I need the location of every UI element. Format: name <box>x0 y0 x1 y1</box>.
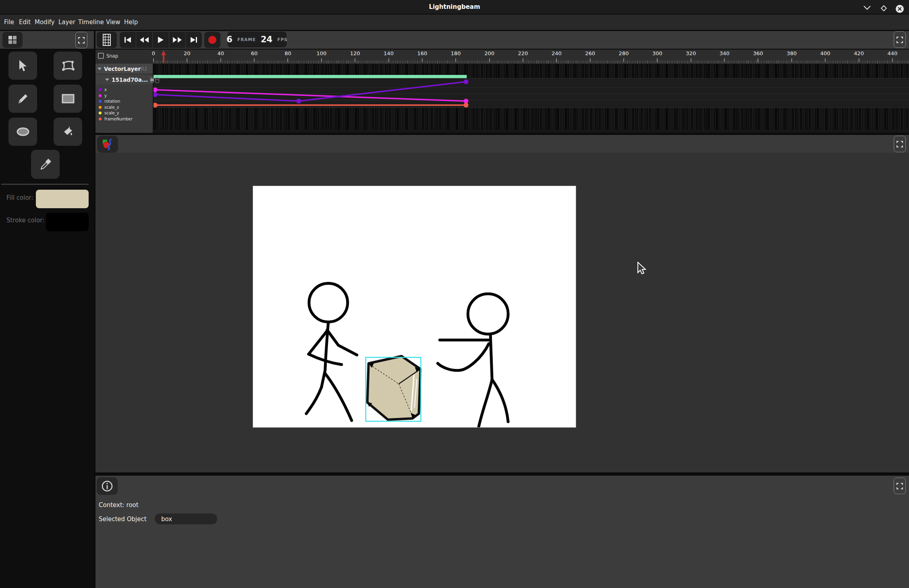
frame-fps-panel: 6 FRAME 24 FPS <box>227 31 287 48</box>
ruler-label-120: 120 <box>350 50 360 56</box>
ruler-label-180: 180 <box>451 50 461 56</box>
timeline-header: 6 FRAME 24 FPS <box>95 31 909 49</box>
layer-row[interactable]: VectorLayer [L] <box>95 64 153 74</box>
collapse-arrow-icon[interactable] <box>105 79 109 81</box>
film-button[interactable] <box>97 32 117 48</box>
box-object <box>367 356 421 420</box>
stage-artwork <box>253 186 576 427</box>
stroke-color-label: Stroke color: <box>6 217 44 224</box>
expand-icon <box>78 37 85 43</box>
property-name: x <box>104 87 107 92</box>
shapes-button[interactable] <box>97 136 118 153</box>
maximize-icon[interactable] <box>880 4 887 12</box>
property-row-scale_x[interactable]: scale_x <box>99 105 119 110</box>
ruler-label-300: 300 <box>652 50 662 56</box>
collapse-arrow-icon[interactable] <box>98 68 102 70</box>
property-name: frameNumber <box>104 117 133 121</box>
keyframe-dot-x[interactable] <box>464 79 469 84</box>
keyframe-dot-frameNumber[interactable] <box>464 103 469 108</box>
rectangle-tool-button[interactable] <box>54 85 82 113</box>
info-icon <box>102 480 113 492</box>
menu-modify[interactable]: Modify <box>35 14 55 30</box>
canvas-panel <box>95 135 909 472</box>
stage-canvas[interactable] <box>253 186 576 428</box>
paint-bucket-tool-button[interactable] <box>54 118 82 146</box>
info-button[interactable] <box>97 477 118 495</box>
object-visibility-button[interactable] <box>150 77 154 83</box>
selected-object-value: box <box>161 516 172 523</box>
menu-file[interactable]: File <box>4 14 14 30</box>
select-cursor-icon <box>18 60 28 72</box>
eyedropper-tool-button[interactable] <box>31 150 60 179</box>
property-dot <box>99 106 102 109</box>
layer-span-bar[interactable] <box>154 75 467 78</box>
pencil-tool-button[interactable] <box>8 85 37 113</box>
rewind-button[interactable] <box>136 32 152 48</box>
ruler-label-380: 380 <box>787 50 797 56</box>
ellipse-tool-button[interactable] <box>8 118 37 146</box>
selected-object-dropdown[interactable]: box <box>155 513 217 524</box>
stroke-color-swatch[interactable] <box>46 213 89 231</box>
select-tool-button[interactable] <box>8 52 37 80</box>
property-row-scale_y[interactable]: scale_y <box>99 110 119 116</box>
menu-view[interactable]: View <box>106 14 120 30</box>
snap-checkbox[interactable] <box>98 53 104 59</box>
ruler-label-420: 420 <box>854 50 864 56</box>
tool-grid-button[interactable] <box>2 32 23 48</box>
keyframe-dot-y[interactable] <box>154 87 158 92</box>
property-name: rotation <box>104 99 120 104</box>
playhead-marker[interactable] <box>161 50 166 63</box>
toolbar-expand-button[interactable] <box>75 32 87 48</box>
object-curve-button[interactable]: ~ <box>155 77 159 83</box>
film-strip-icon <box>103 34 111 46</box>
ruler-label-20: 20 <box>184 50 191 56</box>
layer-suffix: [L] <box>141 66 147 71</box>
minimize-icon[interactable] <box>863 5 871 10</box>
transform-tool-button[interactable] <box>54 52 82 80</box>
frame-number-value[interactable]: 6 <box>226 35 232 44</box>
object-id[interactable]: 151ad70a... <box>112 77 148 83</box>
ruler-label-0: 0 <box>152 50 155 56</box>
ruler-label-220: 220 <box>518 50 528 56</box>
layer-name[interactable]: VectorLayer <box>104 66 141 72</box>
close-icon[interactable] <box>895 4 904 13</box>
keyframe-dot-x[interactable] <box>154 92 158 97</box>
paint-bucket-icon <box>62 125 74 138</box>
stick-figure-left <box>306 284 357 420</box>
menu-bar: FileEditModifyLayerTimelineViewHelp <box>0 14 909 30</box>
menu-edit[interactable]: Edit <box>19 14 31 30</box>
menu-layer[interactable]: Layer <box>58 14 75 30</box>
skip-to-start-button[interactable] <box>120 32 136 48</box>
ruler-label-320: 320 <box>686 50 696 56</box>
menu-timeline[interactable]: Timeline <box>78 14 104 30</box>
fps-value[interactable]: 24 <box>261 35 272 44</box>
timeline-ruler[interactable]: 0204060801001201401601802002202402602803… <box>95 50 909 64</box>
object-row[interactable]: 151ad70a... ~ <box>95 75 153 85</box>
tool-panel: Fill color: Stroke color: <box>0 50 94 588</box>
fast-forward-button[interactable] <box>169 32 185 48</box>
inspector-expand-button[interactable] <box>894 478 906 494</box>
keyframe-dot-x[interactable] <box>296 99 301 104</box>
property-row-frameNumber[interactable]: frameNumber <box>99 116 133 122</box>
fill-color-swatch[interactable] <box>36 190 89 208</box>
play-button[interactable] <box>153 32 169 48</box>
skip-to-end-button[interactable] <box>186 32 202 48</box>
ruler-label-400: 400 <box>820 50 830 56</box>
timeline-expand-button[interactable] <box>894 31 906 48</box>
property-name: y <box>104 93 107 98</box>
transport-controls <box>120 32 202 48</box>
property-dot <box>99 112 102 114</box>
property-row-rotation[interactable]: rotation <box>99 99 120 104</box>
record-button[interactable] <box>204 32 220 48</box>
canvas-expand-button[interactable] <box>894 136 906 152</box>
property-row-x[interactable]: x <box>99 87 107 92</box>
animation-curves[interactable] <box>154 64 909 133</box>
context-text: Context: root <box>99 501 139 509</box>
property-row-y[interactable]: y <box>99 93 107 98</box>
menu-help[interactable]: Help <box>124 14 138 30</box>
ruler-minor-ticks <box>154 60 909 64</box>
property-name: scale_x <box>104 105 119 110</box>
property-name: scale_y <box>104 111 119 115</box>
keyframe-dot-frameNumber[interactable] <box>154 103 158 108</box>
ruler-label-160: 160 <box>417 50 427 56</box>
